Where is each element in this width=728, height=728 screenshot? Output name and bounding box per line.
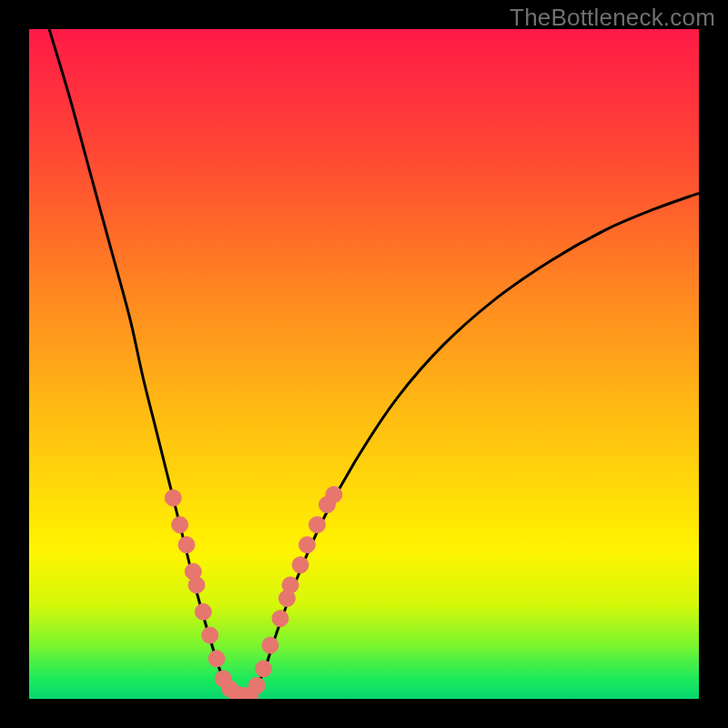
curve-marker — [256, 661, 272, 677]
curve-marker — [188, 577, 205, 593]
curve-marker — [292, 557, 308, 573]
curve-marker — [326, 487, 342, 503]
curve-marker — [262, 637, 278, 653]
curve-marker — [195, 603, 211, 620]
curve-marker — [165, 490, 181, 506]
curve-marker — [208, 651, 225, 667]
curve-markers — [165, 487, 342, 699]
curve-left — [49, 29, 237, 695]
chart-overlay — [29, 29, 699, 699]
curve-marker — [272, 611, 288, 627]
chart-frame: TheBottleneck.com — [0, 0, 728, 728]
curve-marker — [178, 537, 195, 553]
watermark-text: TheBottleneck.com — [510, 4, 715, 32]
curve-marker — [298, 537, 315, 553]
curve-marker — [202, 627, 218, 643]
curve-marker — [172, 517, 188, 533]
curve-marker — [282, 577, 298, 593]
plot-area — [29, 29, 699, 699]
curve-marker — [248, 677, 265, 693]
curve-right — [250, 193, 699, 695]
curve-marker — [308, 517, 325, 533]
